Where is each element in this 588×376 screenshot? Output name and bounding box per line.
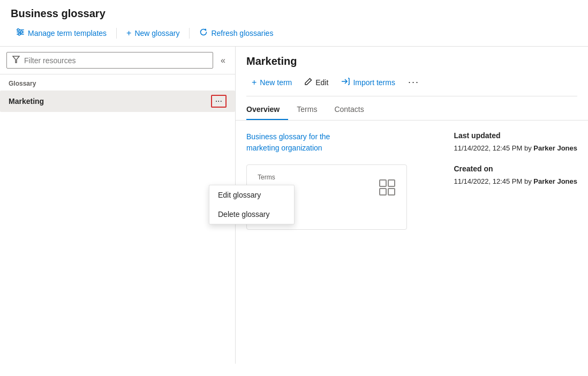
manage-templates-button[interactable]: Manage term templates — [11, 25, 112, 41]
new-glossary-button[interactable]: + New glossary — [121, 26, 185, 41]
svg-rect-12 — [388, 180, 395, 186]
context-menu: Edit glossary Delete glossary — [209, 185, 295, 224]
import-terms-button[interactable]: Import terms — [336, 75, 401, 89]
last-updated-author: Parker Jones — [533, 144, 577, 152]
import-icon — [341, 78, 350, 87]
svg-point-4 — [20, 31, 22, 33]
filter-input[interactable] — [24, 56, 207, 65]
filter-icon — [12, 56, 20, 65]
filter-input-wrap[interactable] — [6, 52, 213, 69]
toolbar-divider-1 — [116, 28, 117, 39]
edit-glossary-menu-item[interactable]: Edit glossary — [209, 185, 294, 205]
svg-point-3 — [17, 29, 19, 31]
created-on-author: Parker Jones — [533, 177, 577, 185]
manage-templates-label: Manage term templates — [28, 29, 107, 37]
svg-point-5 — [18, 33, 20, 35]
last-updated-date: 11/14/2022, 12:45 PM by — [454, 144, 533, 152]
plus-icon: + — [126, 28, 131, 38]
top-bar: Business glossary Manage term templates … — [0, 0, 588, 47]
content-title: Marketing — [246, 55, 577, 67]
description-text: Business glossary for the marketing orga… — [246, 131, 353, 154]
new-term-button[interactable]: + New term — [246, 75, 297, 90]
new-glossary-label: New glossary — [134, 29, 179, 37]
tabs: Overview Terms Contacts — [246, 101, 577, 120]
refresh-button[interactable]: Refresh glossaries — [194, 25, 278, 41]
refresh-label: Refresh glossaries — [211, 29, 273, 37]
tab-terms[interactable]: Terms — [297, 101, 326, 120]
svg-rect-14 — [388, 189, 395, 195]
sidebar-item-marketing[interactable]: Marketing ··· — [0, 91, 235, 112]
last-updated-section: Last updated 11/14/2022, 12:45 PM by Par… — [454, 131, 577, 154]
new-term-label: New term — [260, 78, 292, 87]
svg-marker-6 — [13, 56, 19, 63]
new-term-plus-icon: + — [252, 78, 257, 87]
tab-overview[interactable]: Overview — [246, 101, 288, 120]
toolbar-divider-2 — [189, 28, 190, 39]
grid-icon — [379, 179, 396, 200]
content-more-icon: ··· — [408, 77, 419, 88]
sidebar: « Glossary Marketing ··· Edit glossary D… — [0, 47, 236, 364]
pencil-icon — [305, 78, 312, 87]
collapse-sidebar-button[interactable]: « — [217, 54, 229, 67]
main-layout: « Glossary Marketing ··· Edit glossary D… — [0, 47, 588, 364]
created-on-section: Created on 11/14/2022, 12:45 PM by Parke… — [454, 164, 577, 187]
last-updated-label: Last updated — [454, 131, 577, 140]
delete-glossary-menu-item[interactable]: Delete glossary — [209, 205, 294, 224]
main-toolbar: Manage term templates + New glossary Ref… — [11, 25, 577, 41]
created-on-date: 11/14/2022, 12:45 PM by — [454, 177, 533, 185]
page-title: Business glossary — [11, 7, 577, 20]
svg-rect-11 — [380, 180, 386, 186]
sidebar-item-label: Marketing — [9, 97, 44, 106]
edit-button[interactable]: Edit — [299, 75, 334, 89]
tab-contacts[interactable]: Contacts — [334, 101, 372, 120]
sidebar-section-label: Glossary — [0, 74, 235, 91]
last-updated-value: 11/14/2022, 12:45 PM by Parker Jones — [454, 143, 577, 154]
sliders-icon — [16, 28, 25, 38]
edit-label: Edit — [315, 78, 328, 87]
content-toolbar: + New term Edit Import terms ··· — [246, 74, 577, 96]
created-on-value: 11/14/2022, 12:45 PM by Parker Jones — [454, 176, 577, 187]
svg-rect-13 — [380, 189, 386, 195]
refresh-icon — [199, 28, 208, 38]
content-right: Last updated 11/14/2022, 12:45 PM by Par… — [454, 131, 577, 230]
terms-card-label: Terms — [258, 174, 295, 181]
content-more-button[interactable]: ··· — [403, 74, 425, 91]
filter-bar: « — [0, 47, 235, 74]
content-header: Marketing + New term Edit Import terms — [236, 47, 588, 121]
sidebar-more-button[interactable]: ··· — [211, 95, 227, 108]
created-on-label: Created on — [454, 164, 577, 173]
import-terms-label: Import terms — [353, 78, 395, 87]
